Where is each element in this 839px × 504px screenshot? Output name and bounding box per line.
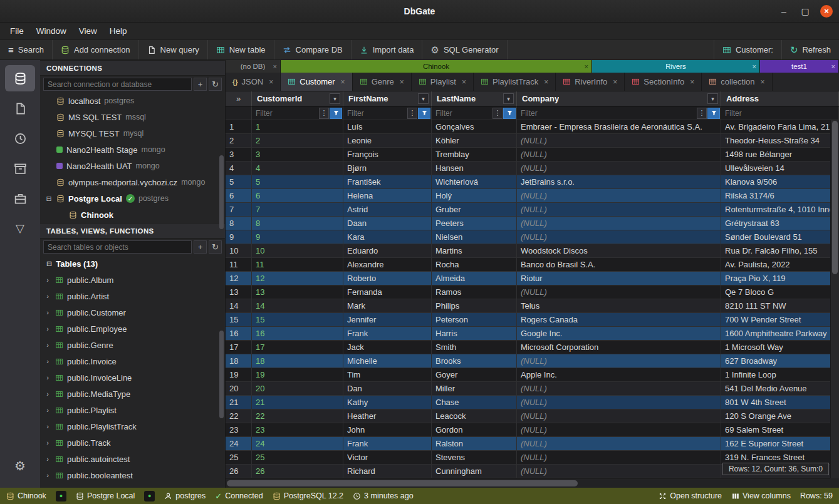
cell-company[interactable]: Google Inc. bbox=[517, 327, 721, 340]
cell-lastname[interactable]: Rocha bbox=[432, 258, 517, 271]
cell-lastname[interactable]: Peterson bbox=[432, 313, 517, 326]
column-header-firstname[interactable]: FirstName▾ bbox=[343, 91, 432, 106]
close-icon[interactable]: × bbox=[613, 78, 617, 86]
filter-input[interactable]: Filter bbox=[721, 109, 838, 118]
row-number[interactable]: 10 bbox=[226, 244, 252, 257]
connection-item-localhost[interactable]: localhostpostgres bbox=[40, 93, 225, 109]
cell-address[interactable]: Rua Dr. Falcão Filho, 155 bbox=[721, 244, 839, 257]
close-icon[interactable]: × bbox=[269, 78, 273, 86]
cell-firstname[interactable]: Dan bbox=[343, 382, 432, 395]
chevron-right-icon[interactable]: › bbox=[44, 292, 51, 300]
cell-company[interactable]: (NULL) bbox=[517, 203, 721, 216]
cell-customerid[interactable]: 15 bbox=[252, 313, 343, 326]
cell-firstname[interactable]: Jack bbox=[343, 341, 432, 354]
cell-address[interactable]: Qe 7 Bloco G bbox=[721, 285, 839, 299]
row-number[interactable]: 3 bbox=[226, 148, 252, 161]
grid-vertical-scrollbar[interactable] bbox=[830, 120, 839, 478]
cell-firstname[interactable]: Heather bbox=[343, 409, 432, 423]
status-postgresql-12-2[interactable]: PostgreSQL 12.2 bbox=[273, 491, 343, 500]
cell-lastname[interactable]: Ralston bbox=[432, 437, 517, 450]
table-item-public-mediatype[interactable]: ›public.MediaType bbox=[40, 386, 225, 402]
cell-address[interactable]: 627 Broadway bbox=[721, 354, 839, 368]
cell-customerid[interactable]: 21 bbox=[252, 396, 343, 409]
cell-company[interactable]: Apple Inc. bbox=[517, 368, 721, 381]
activity-archive-button[interactable] bbox=[5, 155, 35, 182]
row-number[interactable]: 17 bbox=[226, 341, 252, 354]
tab-playlisttrack[interactable]: PlaylistTrack× bbox=[474, 73, 556, 91]
cell-lastname[interactable]: Leacock bbox=[432, 409, 517, 423]
cell-address[interactable]: 1 Infinite Loop bbox=[721, 368, 839, 381]
chevron-right-icon[interactable]: › bbox=[44, 455, 51, 463]
close-icon[interactable]: × bbox=[462, 78, 466, 86]
chevron-right-icon[interactable]: › bbox=[44, 406, 51, 414]
filter-input[interactable]: Filter bbox=[517, 109, 697, 118]
cell-lastname[interactable]: Nielsen bbox=[432, 230, 517, 244]
toolbar-refresh-button[interactable]: ↻Refresh bbox=[781, 40, 839, 59]
cell-address[interactable]: Av. Brigadeiro Faria Lima, 2170 bbox=[721, 120, 839, 133]
cell-lastname[interactable]: Harris bbox=[432, 327, 517, 340]
cell-lastname[interactable]: Martins bbox=[432, 244, 517, 257]
cell-company[interactable]: (NULL) bbox=[517, 396, 721, 409]
cell-company[interactable]: Riotur bbox=[517, 272, 721, 285]
cell-firstname[interactable]: Tim bbox=[343, 368, 432, 381]
toolbar-import-data-button[interactable]: Import data bbox=[352, 40, 423, 59]
cell-address[interactable]: 1 Microsoft Way bbox=[721, 341, 839, 354]
cell-firstname[interactable]: Bjørn bbox=[343, 162, 432, 175]
cell-customerid[interactable]: 7 bbox=[252, 203, 343, 216]
row-number[interactable]: 15 bbox=[226, 313, 252, 326]
table-item-public-playlisttrack[interactable]: ›public.PlaylistTrack bbox=[40, 418, 225, 435]
row-number[interactable]: 25 bbox=[226, 451, 252, 464]
connection-item-ms-sql-test[interactable]: MS SQL TESTmssql bbox=[40, 109, 225, 125]
status-rows-59[interactable]: Rows: 59 bbox=[800, 491, 833, 500]
chevron-right-icon[interactable]: › bbox=[44, 439, 51, 446]
cell-company[interactable]: (NULL) bbox=[517, 162, 721, 175]
tables-search-input[interactable] bbox=[43, 240, 192, 254]
close-icon[interactable]: × bbox=[544, 78, 548, 86]
cell-company[interactable]: JetBrains s.r.o. bbox=[517, 175, 721, 188]
close-icon[interactable]: × bbox=[690, 78, 694, 86]
row-number[interactable]: 4 bbox=[226, 162, 252, 175]
cell-address[interactable]: Ullevålsveien 14 bbox=[721, 162, 839, 175]
cell-address[interactable]: 120 S Orange Ave bbox=[721, 409, 839, 423]
cell-customerid[interactable]: 8 bbox=[252, 217, 343, 230]
cell-customerid[interactable]: 11 bbox=[252, 258, 343, 271]
filter-input[interactable]: Filter bbox=[432, 109, 492, 118]
cell-customerid[interactable]: 10 bbox=[252, 244, 343, 257]
db-tab--no-db-[interactable]: (no DB)× bbox=[226, 60, 281, 73]
row-number[interactable]: 8 bbox=[226, 217, 252, 230]
chevron-right-icon[interactable]: › bbox=[44, 276, 51, 284]
cell-lastname[interactable]: Köhler bbox=[432, 134, 517, 147]
row-number[interactable]: 26 bbox=[226, 465, 252, 478]
chevron-right-icon[interactable]: › bbox=[44, 471, 51, 479]
add-table-small-button[interactable]: + bbox=[194, 240, 207, 254]
row-number[interactable]: 23 bbox=[226, 423, 252, 436]
cell-customerid[interactable]: 24 bbox=[252, 437, 343, 450]
cell-lastname[interactable]: Almeida bbox=[432, 272, 517, 285]
cell-customerid[interactable]: 26 bbox=[252, 465, 343, 478]
table-item-public-booleantest[interactable]: ›public.booleantest bbox=[40, 467, 225, 483]
table-item-public-customer[interactable]: ›public.Customer bbox=[40, 304, 225, 321]
cell-customerid[interactable]: 3 bbox=[252, 148, 343, 161]
table-item-public-album[interactable]: ›public.Album bbox=[40, 272, 225, 288]
tab-collection[interactable]: collection× bbox=[702, 73, 772, 91]
status-3-minutes-ago[interactable]: 3 minutes ago bbox=[353, 491, 414, 500]
cell-firstname[interactable]: Frank bbox=[343, 327, 432, 340]
cell-lastname[interactable]: Smith bbox=[432, 341, 517, 354]
cell-customerid[interactable]: 20 bbox=[252, 382, 343, 395]
activity-settings-button[interactable]: ⚙ bbox=[5, 453, 35, 479]
cell-lastname[interactable]: Ramos bbox=[432, 285, 517, 299]
cell-firstname[interactable]: Daan bbox=[343, 217, 432, 230]
cell-customerid[interactable]: 2 bbox=[252, 134, 343, 147]
activity-file-button[interactable] bbox=[5, 95, 35, 121]
close-icon[interactable]: × bbox=[831, 63, 835, 70]
toolbar-search-button[interactable]: ≡Search bbox=[0, 40, 53, 59]
cell-address[interactable]: 8210 111 ST NW bbox=[721, 299, 839, 312]
maximize-button[interactable]: ▢ bbox=[799, 5, 811, 18]
column-header-customerid[interactable]: CustomerId▾ bbox=[252, 91, 343, 106]
cell-company[interactable]: (NULL) bbox=[517, 437, 721, 450]
toolbar-new-query-button[interactable]: New query bbox=[139, 40, 208, 59]
cell-lastname[interactable]: Philips bbox=[432, 299, 517, 312]
row-number[interactable]: 14 bbox=[226, 299, 252, 312]
chevron-right-icon[interactable]: › bbox=[44, 309, 51, 316]
toolbar-compare-db-button[interactable]: Compare DB bbox=[274, 40, 352, 59]
